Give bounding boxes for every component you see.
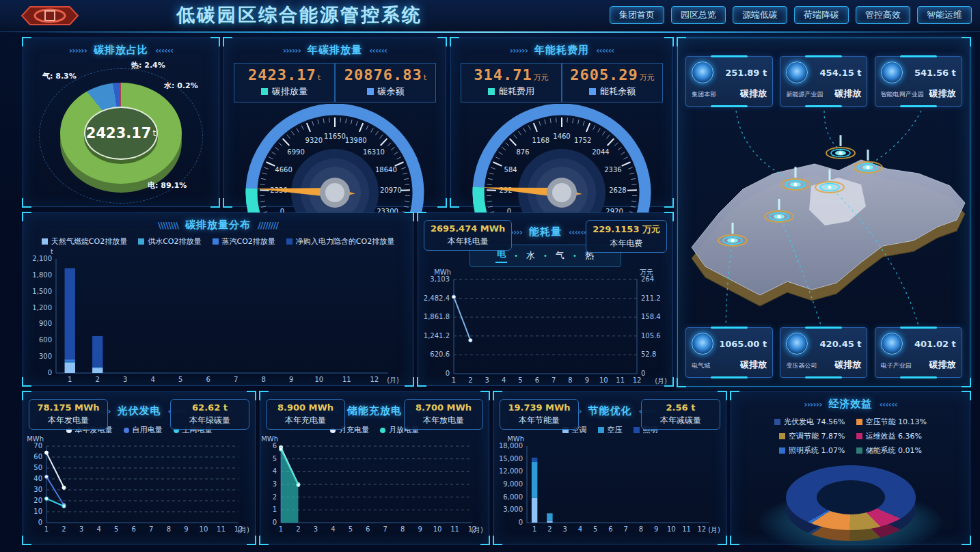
stat-unit: 万元 [534,73,549,82]
legend-label: 蒸汽CO2排放量 [222,236,275,247]
legend-label: 净购入电力隐含的CO2排放量 [296,236,394,247]
legend-label: 空压 [608,425,623,435]
svg-text:4: 4 [502,376,506,384]
svg-text:8: 8 [262,376,266,383]
svg-text:4: 4 [331,525,335,533]
corner-accent [480,391,490,400]
svg-text:584: 584 [504,166,517,174]
park-card-bottom: 智能电网产业园碳排放 [875,83,962,100]
svg-text:3: 3 [562,525,567,533]
svg-text:1: 1 [273,506,277,513]
panel-carbon-distribution: \\\\\\\\ 碳排放量分布 //////// 天然气燃烧CO2排放量供水CO… [23,212,413,386]
park-card-bottom: 变压器公司碳排放 [780,355,867,371]
svg-text:8: 8 [167,525,171,533]
park-metric-label: 碳排放 [929,359,956,371]
svg-text:11: 11 [616,376,625,384]
svg-text:9: 9 [585,376,589,384]
legend-label: 天然气燃烧CO2排放量 [51,236,127,247]
legend-square-icon [634,427,640,433]
tab-separator-dot-icon: • [514,252,518,260]
top-navigation: 集团首页园区总览源端低碳荷端降碳管控高效智能运维 [610,6,972,24]
svg-text:900: 900 [39,320,52,327]
svg-text:5: 5 [178,376,182,383]
svg-text:3: 3 [123,376,127,383]
badge-label: 本年节能量 [506,415,572,426]
svg-text:8: 8 [639,525,643,533]
meter-icon [786,61,808,83]
stat-value: 2423.17 [248,66,316,83]
badge-label: 本年充电量 [273,415,338,426]
legend-square-icon [589,88,596,95]
svg-text:12: 12 [234,525,243,533]
badge-value: 2.56 t [648,402,713,413]
svg-text:13980: 13980 [345,137,367,144]
legend-label: 照明系统 1.07% [789,445,845,456]
panel-title-row: \\\\\\\\ 碳排放量分布 //////// [23,216,413,234]
chevrons-right-icon: ›››››› [69,45,87,55]
legend-square-icon [488,88,495,95]
svg-text:2: 2 [547,525,552,533]
svg-text:6,000: 6,000 [503,493,523,501]
svg-text:11: 11 [450,525,459,533]
nav-button-5[interactable]: 管控高效 [856,6,910,24]
svg-text:1: 1 [68,376,72,383]
badge-label: 本年电费 [593,238,660,249]
svg-text:1,861.8: 1,861.8 [424,313,450,320]
svg-text:1,241.2: 1,241.2 [424,332,450,340]
panel-title: 碳排放量分布 [185,219,251,232]
svg-text:万元: 万元 [640,268,653,276]
svg-text:10: 10 [667,525,676,533]
park-name: 集团本部 [692,90,716,99]
corner-accent [718,391,727,400]
legend-square-icon [856,447,862,454]
park-card-top: 454.15 t [780,57,867,83]
badge-year-electricity: 2695.474 MWh 本年耗电量 [424,220,512,251]
park-metric-label: 碳排放 [740,87,767,100]
legend-square-icon [779,447,785,454]
meter-icon [786,333,808,355]
svg-text:9: 9 [418,525,422,533]
panel-title: 储能充放电 [347,404,402,417]
nav-button-2[interactable]: 园区总览 [671,6,726,24]
svg-text:18640: 18640 [375,166,397,174]
park-card-bottom: 新能源产业园碳排放 [780,83,867,100]
svg-text:10: 10 [314,376,323,383]
panel-annual-cost: ›››››› 年能耗费用 ‹‹‹‹‹‹ 314.71万元 能耗费用 2605.2… [450,38,673,207]
park-card: 541.56 t智能电网产业园碳排放 [875,56,962,107]
stat-label: 能耗费用 [499,85,534,98]
park-name: 智能电网产业园 [881,90,924,99]
panel-energy-saving: 19.739 MWh 本年节能量 ›››››› 节能优化 ‹‹‹‹‹‹ 2.56… [493,391,726,544]
legend-square-icon [213,238,219,245]
nav-button-1[interactable]: 集团首页 [610,6,664,24]
panel-storage: 8.900 MWh 本年充电量 ›››››› 储能充放电 ‹‹‹‹‹‹ 8.70… [260,391,489,544]
company-logo-icon [12,5,87,27]
park-name: 变压器公司 [786,361,817,370]
nav-button-3[interactable]: 源端低碳 [733,6,787,24]
svg-text:2: 2 [468,376,472,384]
tab-energy-2[interactable]: 水 [525,249,536,262]
svg-text:0: 0 [446,370,450,377]
legend-square-icon [42,238,48,245]
park-cards-top-row: 251.89 t集团本部碳排放454.15 t新能源产业园碳排放541.56 t… [678,56,970,107]
svg-text:10: 10 [200,525,208,533]
svg-text:30: 30 [33,486,42,493]
economic-3d-pie [731,461,970,550]
legend-item: 空压 [598,425,623,435]
svg-text:52.8: 52.8 [641,350,656,358]
tab-energy-3[interactable]: 气 [554,249,566,262]
badge-label: 本年耗电量 [431,236,505,247]
panel-carbon-ratio: ›››››› 碳排放占比 ‹‹‹‹‹‹ 2423.17 t 气: 8.3% 热:… [23,38,219,207]
park-name: 电气城 [692,361,710,370]
stat-carbon-balance: 20876.83t 碳余额 [335,63,436,102]
nav-button-6[interactable]: 智能运维 [917,6,972,24]
svg-text:2,100: 2,100 [32,255,52,262]
legend-item: 蒸汽CO2排放量 [213,236,275,247]
svg-text:11: 11 [342,376,351,383]
svg-text:4: 4 [578,525,582,533]
badge-value: 2695.474 MWh [431,223,505,234]
legend-item: 运维效益 6.36% [856,431,922,441]
nav-button-4[interactable]: 荷端降碳 [794,6,849,24]
svg-text:11: 11 [217,525,226,533]
chevrons-left-icon: ‹‹‹‹‹‹ [369,45,387,55]
legend-square-icon [856,433,862,439]
